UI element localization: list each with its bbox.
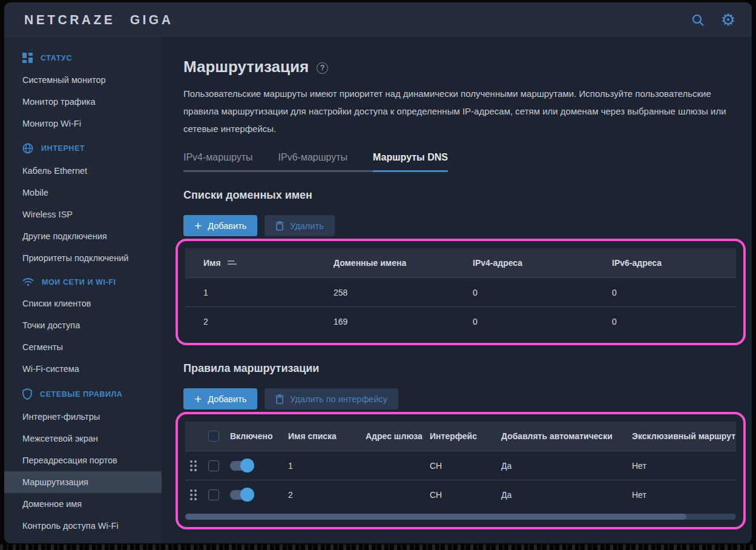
column-header-list-name: Имя списка bbox=[288, 431, 366, 441]
sidebar-section-network-rules: СЕТЕВЫЕ ПРАВИЛА bbox=[4, 380, 162, 406]
sidebar-item-port-forwarding[interactable]: Переадресация портов bbox=[4, 449, 162, 471]
domain-lists-highlight-box: Имя Доменные имена IPv4-адреса IPv6-адре… bbox=[176, 239, 746, 345]
cell-interface: CH bbox=[430, 490, 501, 500]
cell-domains: 169 bbox=[334, 317, 473, 326]
domain-list-row[interactable]: 2 169 0 0 bbox=[185, 306, 736, 336]
page-description: Пользовательские маршруты имеют приорите… bbox=[183, 85, 737, 138]
cell-list-name: 2 bbox=[288, 490, 366, 500]
cell-ipv4: 0 bbox=[473, 317, 612, 326]
drag-handle-icon[interactable] bbox=[189, 459, 208, 472]
sidebar: СТАТУС Системный монитор Монитор трафика… bbox=[4, 37, 162, 543]
sidebar-item-domain-name[interactable]: Доменное имя bbox=[4, 493, 162, 515]
select-all-checkbox[interactable] bbox=[208, 431, 219, 442]
column-header-ipv4: IPv4-адреса bbox=[473, 258, 612, 268]
routing-rules-highlight-box: Включено Имя списка Адрес шлюза Интерфей… bbox=[176, 412, 746, 529]
screenshot-edge-dashes bbox=[0, 545, 756, 550]
cell-name: 2 bbox=[203, 317, 334, 326]
add-domain-list-button[interactable]: + Добавить bbox=[183, 215, 257, 236]
cell-list-name: 1 bbox=[288, 461, 366, 471]
plus-icon: + bbox=[194, 219, 202, 232]
column-header-enabled: Включено bbox=[230, 431, 288, 441]
sidebar-section-my-networks: МОИ СЕТИ И WI-FI bbox=[4, 269, 162, 293]
globe-icon bbox=[22, 143, 33, 154]
search-icon[interactable] bbox=[690, 12, 706, 28]
sidebar-section-label: ИНТЕРНЕТ bbox=[41, 144, 85, 153]
brand-logo: NETCRAZE GIGA bbox=[24, 12, 173, 27]
help-icon[interactable]: ? bbox=[317, 62, 328, 74]
sidebar-item-wifi-access-control[interactable]: Контроль доступа Wi-Fi bbox=[4, 515, 162, 537]
plus-icon: + bbox=[194, 393, 202, 405]
column-header-gateway: Адрес шлюза bbox=[366, 431, 430, 441]
column-header-auto-add: Добавлять автоматически bbox=[501, 431, 632, 441]
tab-ipv4-routes[interactable]: IPv4-маршруты bbox=[183, 152, 253, 172]
column-header-exclusive-route: Эксклюзивный маршрут bbox=[632, 431, 736, 441]
enabled-toggle[interactable] bbox=[230, 490, 252, 500]
sidebar-item-mobile[interactable]: Mobile bbox=[4, 182, 162, 204]
shield-icon bbox=[22, 388, 32, 400]
sidebar-item-ethernet[interactable]: Кабель Ethernet bbox=[4, 160, 162, 182]
dashboard-icon bbox=[22, 53, 33, 63]
drag-handle-icon[interactable] bbox=[189, 488, 208, 502]
main-content: Маршрутизация ? Пользовательские маршрут… bbox=[162, 37, 752, 543]
cell-domains: 258 bbox=[334, 288, 473, 297]
sidebar-item-client-lists[interactable]: Списки клиентов bbox=[4, 293, 162, 314]
column-header-domains: Доменные имена bbox=[334, 258, 473, 268]
cell-auto-add: Да bbox=[501, 490, 632, 500]
domain-list-row[interactable]: 1 258 0 0 bbox=[185, 277, 736, 306]
routing-rule-row[interactable]: 2 CH Да Нет bbox=[185, 480, 736, 509]
horizontal-scrollbar bbox=[185, 514, 736, 520]
sidebar-item-routing[interactable]: Маршрутизация bbox=[4, 471, 162, 493]
tab-bar: IPv4-маршруты IPv6-маршруты Маршруты DNS bbox=[183, 152, 448, 172]
domain-lists-heading: Списки доменных имен bbox=[183, 189, 746, 202]
sidebar-item-other-connections[interactable]: Другие подключения bbox=[4, 225, 162, 247]
delete-domain-list-button[interactable]: Удалить bbox=[265, 215, 334, 236]
page-title: Маршрутизация bbox=[183, 58, 309, 76]
top-bar: NETCRAZE GIGA ⚙ bbox=[4, 2, 752, 37]
sidebar-item-access-points[interactable]: Точки доступа bbox=[4, 314, 162, 336]
routing-rules-table-header: Включено Имя списка Адрес шлюза Интерфей… bbox=[185, 422, 736, 451]
domain-lists-table-header: Имя Доменные имена IPv4-адреса IPv6-адре… bbox=[185, 248, 736, 277]
cell-ipv6: 0 bbox=[612, 288, 736, 297]
row-checkbox[interactable] bbox=[208, 489, 219, 500]
sidebar-item-wireless-isp[interactable]: Wireless ISP bbox=[4, 204, 162, 225]
sidebar-item-segments[interactable]: Сегменты bbox=[4, 336, 162, 358]
routing-rules-heading: Правила маршрутизации bbox=[183, 362, 746, 375]
sidebar-section-label: СЕТЕВЫЕ ПРАВИЛА bbox=[40, 390, 122, 399]
sidebar-section-internet: ИНТЕРНЕТ bbox=[4, 134, 162, 160]
trash-icon bbox=[275, 394, 284, 404]
sidebar-item-internet-filters[interactable]: Интернет-фильтры bbox=[4, 406, 162, 428]
column-header-name[interactable]: Имя bbox=[203, 258, 221, 268]
sidebar-section-status: СТАТУС bbox=[4, 44, 162, 69]
scrollbar-thumb[interactable] bbox=[185, 514, 686, 520]
enabled-toggle[interactable] bbox=[230, 461, 252, 471]
cell-ipv6: 0 bbox=[612, 317, 736, 326]
sidebar-item-system-monitor[interactable]: Системный монитор bbox=[4, 69, 162, 91]
routing-rule-row[interactable]: 1 CH Да Нет bbox=[185, 451, 736, 480]
sidebar-item-wifi-monitor[interactable]: Монитор Wi-Fi bbox=[4, 113, 162, 134]
sidebar-item-connection-priorities[interactable]: Приоритеты подключений bbox=[4, 247, 162, 269]
sort-icon[interactable] bbox=[228, 260, 237, 266]
sidebar-section-label: СТАТУС bbox=[41, 54, 72, 62]
gear-icon[interactable]: ⚙ bbox=[720, 12, 736, 28]
sidebar-section-label: МОИ СЕТИ И WI-FI bbox=[42, 278, 116, 287]
column-header-ipv6: IPv6-адреса bbox=[612, 258, 736, 268]
sidebar-item-wifi-system[interactable]: Wi-Fi-система bbox=[4, 358, 162, 380]
cell-name: 1 bbox=[203, 288, 334, 297]
row-checkbox[interactable] bbox=[208, 460, 219, 471]
app-window: NETCRAZE GIGA ⚙ bbox=[4, 2, 752, 543]
cell-interface: CH bbox=[430, 461, 501, 471]
wifi-icon bbox=[22, 277, 34, 287]
cell-exclusive: Нет bbox=[632, 490, 736, 500]
cell-exclusive: Нет bbox=[632, 461, 736, 471]
delete-by-interface-button[interactable]: Удалить по интерфейсу bbox=[265, 388, 398, 409]
tab-dns-routes[interactable]: Маршруты DNS bbox=[373, 152, 448, 172]
topbar-icons: ⚙ bbox=[690, 12, 736, 28]
sidebar-item-firewall[interactable]: Межсетевой экран bbox=[4, 428, 162, 449]
sidebar-item-traffic-monitor[interactable]: Монитор трафика bbox=[4, 91, 162, 113]
column-header-interface: Интерфейс bbox=[430, 431, 501, 441]
trash-icon bbox=[275, 221, 284, 231]
tab-ipv6-routes[interactable]: IPv6-маршруты bbox=[278, 152, 348, 172]
cell-ipv4: 0 bbox=[473, 288, 612, 297]
cell-auto-add: Да bbox=[501, 461, 632, 471]
add-routing-rule-button[interactable]: + Добавить bbox=[183, 388, 257, 409]
